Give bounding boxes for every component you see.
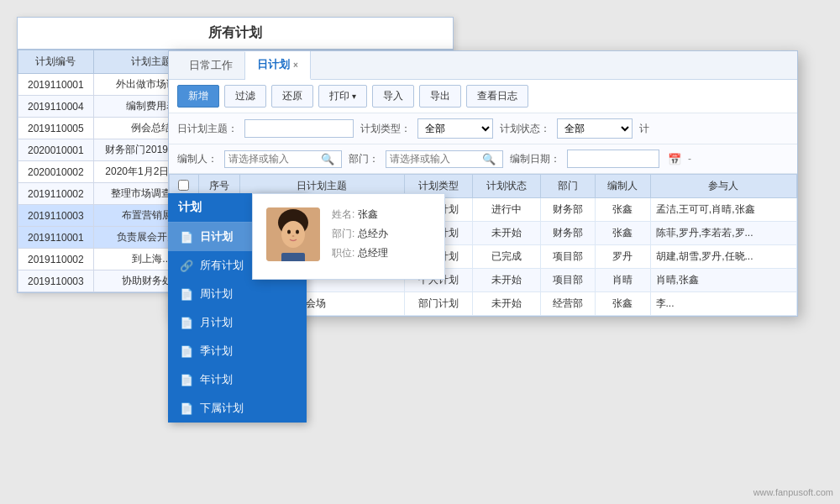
bg-table-cell: 2020010001 [18,139,94,161]
date-dash: - [688,153,691,165]
sidebar-item-icon: 📄 [180,374,193,386]
extra-label: 计 [639,122,649,136]
sidebar-item-label: 周计划 [200,286,233,302]
editor-combo[interactable]: 🔍 [224,150,342,168]
search-row-1: 日计划主题： 计划类型： 全部部门计划个人计划 计划状态： 全部未开始进行中已完… [169,113,797,144]
bg-col-header: 计划编号 [18,50,94,74]
tabs-row: 日常工作日计划× [169,51,797,80]
main-col-header: 部门 [541,175,596,198]
dept-label: 部门： [349,152,379,166]
bg-table-cell: 2019110001 [18,74,94,96]
svg-point-3 [287,230,291,234]
sidebar-item-icon: 📄 [180,402,193,415]
dept-cell: 经营部 [541,292,596,316]
print-button[interactable]: 打印 [318,85,367,108]
export-button[interactable]: 导出 [419,85,461,108]
watermark: www.fanpusoft.com [753,487,833,497]
dept-search-icon[interactable]: 🔍 [482,153,496,165]
dept-value: 总经办 [358,228,388,239]
sidebar-item-icon: 📄 [180,288,193,301]
editor-cell: 张鑫 [596,292,650,316]
name-label: 姓名: [332,208,354,220]
user-position-row: 职位: 总经理 [332,246,431,260]
bg-table-cell: 2019110002 [18,249,94,270]
status-cell: 未开始 [472,269,540,292]
tab-item[interactable]: 日常工作 [177,52,245,79]
status-cell: 已完成 [472,245,540,269]
add-button[interactable]: 新增 [177,85,219,108]
calendar-icon[interactable]: 📅 [668,153,681,165]
sidebar-item-label: 月计划 [200,315,233,330]
user-name-row: 姓名: 张鑫 [332,207,431,222]
toolbar: 新增过滤还原打印导入导出查看日志 [169,80,797,113]
bg-table-cell: 2019110003 [18,270,94,292]
participants-cell: 孟洁,王可可,肖晴,张鑫 [650,198,797,222]
participants-cell: 肖晴,张鑫 [650,269,797,292]
dept-cell: 项目部 [541,245,596,269]
bg-table-cell: 2019110001 [18,227,94,249]
main-col-header: 编制人 [596,175,650,198]
editor-search-icon[interactable]: 🔍 [321,153,334,165]
status-select[interactable]: 全部未开始进行中已完成 [557,118,633,139]
editor-cell: 张鑫 [596,222,650,245]
sidebar-item-subordinate[interactable]: 📄下属计划 [168,394,307,423]
sidebar-item-label: 下属计划 [200,401,244,416]
dept-combo[interactable]: 🔍 [386,150,503,168]
sidebar-title: 计划 [178,200,202,215]
position-label: 职位: [332,247,354,259]
bg-table-cell: 2019110002 [18,183,94,205]
type-label: 计划类型： [360,122,411,136]
bg-table-cell: 2019110005 [18,118,94,139]
status-label: 计划状态： [500,122,550,136]
topic-input[interactable] [244,119,354,138]
sidebar-item-label: 所有计划 [200,258,244,273]
status-cell: 未开始 [472,292,540,316]
filter-button[interactable]: 过滤 [224,85,266,108]
import-button[interactable]: 导入 [372,85,414,108]
editor-cell: 张鑫 [596,198,650,222]
sidebar-item-yearly[interactable]: 📄年计划 [168,365,307,394]
topic-label: 日计划主题： [177,122,238,136]
dept-cell: 项目部 [541,269,596,292]
status-cell: 未开始 [472,222,540,245]
date-input[interactable] [567,150,659,168]
name-value: 张鑫 [358,208,378,220]
sidebar-item-icon: 📄 [180,231,193,244]
dept-label-card: 部门: [332,228,354,239]
sidebar-item-monthly[interactable]: 📄月计划 [168,308,307,337]
sidebar-item-quarterly[interactable]: 📄季计划 [168,337,307,365]
date-label: 编制日期： [510,152,560,166]
type-select[interactable]: 全部部门计划个人计划 [417,118,493,139]
svg-rect-6 [281,253,305,261]
tab-item[interactable]: 日计划× [245,51,311,80]
svg-point-2 [281,221,305,248]
participants-cell: 李... [650,292,797,316]
sidebar-item-label: 季计划 [200,344,233,359]
tab-close-icon[interactable]: × [293,60,298,70]
log-button[interactable]: 查看日志 [466,85,528,108]
sidebar-item-label: 日计划 [200,229,233,244]
sidebar-item-weekly[interactable]: 📄周计划 [168,280,307,308]
bg-panel-title: 所有计划 [18,18,453,50]
bg-table-cell: 2020010002 [18,161,94,183]
main-col-header: 计划状态 [472,175,540,198]
editor-cell: 肖晴 [596,269,650,292]
status-cell: 进行中 [472,198,540,222]
svg-point-4 [296,230,299,234]
user-card: 姓名: 张鑫 部门: 总经办 职位: 总经理 [252,193,445,280]
user-info: 姓名: 张鑫 部门: 总经办 职位: 总经理 [332,207,431,265]
search-row-2: 编制人： 🔍 部门： 🔍 编制日期： 📅 - [169,144,797,174]
sidebar-item-icon: 🔗 [180,260,193,272]
dept-cell: 财务部 [541,198,596,222]
participants-cell: 陈菲,罗丹,李若若,罗... [650,222,797,245]
type-cell: 部门计划 [404,292,472,316]
restore-button[interactable]: 还原 [271,85,313,108]
svg-point-5 [292,235,295,237]
select-all-checkbox[interactable] [178,180,189,191]
editor-input[interactable] [228,153,321,165]
dept-cell: 财务部 [541,222,596,245]
sidebar-item-label: 年计划 [200,372,233,387]
editor-cell: 罗丹 [596,245,650,269]
editor-label: 编制人： [177,152,218,166]
dept-input[interactable] [390,153,482,165]
